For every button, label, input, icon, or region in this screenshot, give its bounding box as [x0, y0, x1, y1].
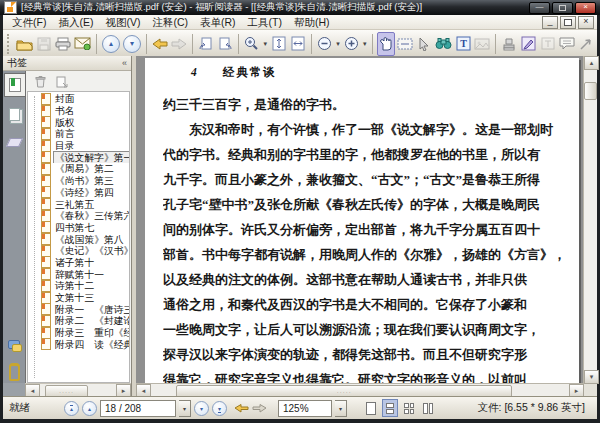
last-page-button[interactable]: ▾ [212, 401, 227, 416]
bookmark-item[interactable]: 封面 [28, 93, 129, 105]
email-button[interactable] [73, 32, 92, 56]
print-button[interactable] [54, 32, 72, 56]
first-page-button[interactable]: ▴ [64, 401, 79, 416]
bookmark-item[interactable]: 前言 [28, 128, 129, 140]
previous-view-icon[interactable] [234, 403, 249, 413]
bookmark-item[interactable]: 《战国策》第八 [28, 233, 129, 245]
facing-layout-button[interactable] [401, 399, 417, 417]
select-annotation-button[interactable] [415, 32, 433, 56]
continuous-facing-layout-button[interactable] [420, 399, 436, 417]
zoom-tool-dropdown[interactable]: ▾ [262, 40, 269, 48]
bookmark-item[interactable]: 文第十三 [28, 292, 129, 304]
delete-bookmark-icon[interactable] [34, 75, 47, 88]
sidebar-horizontal-scrollbar[interactable]: ◂ ····· ▸ [25, 383, 131, 397]
tab-pages[interactable] [4, 103, 24, 125]
bookmark-item-selected[interactable]: 《说文解字》第一 [28, 151, 129, 163]
bookmark-item[interactable]: 版权 [28, 116, 129, 128]
bookmark-item[interactable]: 附录四 读《经典常谈 [28, 338, 129, 350]
sidebar-tabstrip [3, 71, 25, 383]
menu-insert[interactable]: 插入(E) [52, 16, 99, 29]
mdi-close-button[interactable]: × [578, 16, 594, 29]
scroll-down-icon[interactable]: ▾ [584, 370, 599, 384]
note-tool-button[interactable] [558, 32, 576, 56]
restore-button[interactable] [552, 2, 573, 14]
typewriter-tool-button[interactable] [519, 32, 537, 56]
next-view-button[interactable] [170, 32, 188, 56]
page-number-field[interactable]: 18 / 208 [100, 400, 176, 417]
hand-tool-button[interactable] [377, 32, 395, 56]
bookmark-item[interactable]: 附录一 《唐诗三百首 [28, 303, 129, 315]
tab-layers[interactable] [4, 131, 24, 153]
menu-view[interactable]: 视图(V) [99, 16, 146, 29]
zoom-field[interactable]: 125% [278, 400, 332, 417]
window-title: [经典常谈]朱自清.清晰扫描版.pdf (安全) - 福昕阅读器 - [[经典常… [21, 1, 525, 14]
previous-page-button[interactable]: ▴ [82, 401, 97, 416]
mdi-minimize-button[interactable]: _ [542, 16, 558, 29]
zoom-in-dropdown[interactable]: ▾ [361, 40, 368, 48]
snapshot-button[interactable] [473, 32, 491, 56]
bookmark-item[interactable]: 四书第七 [28, 222, 129, 234]
collapse-panel-icon[interactable]: « [122, 58, 127, 68]
menu-help[interactable]: 帮助(H) [288, 16, 336, 29]
fit-page-button[interactable] [269, 32, 287, 56]
bookmark-item[interactable]: 《春秋》三传第六 [28, 210, 129, 222]
minimize-button[interactable]: — [529, 2, 550, 14]
next-page-button[interactable]: ▾ [122, 32, 142, 56]
mdi-restore-button[interactable] [560, 16, 576, 29]
zoom-tool-button[interactable] [243, 32, 261, 56]
bookmark-item[interactable]: 书名 [28, 105, 129, 117]
rotate-right-button[interactable] [216, 32, 234, 56]
zoom-out-button[interactable] [315, 32, 333, 56]
next-page-button[interactable]: ▾ [194, 401, 209, 416]
bookmark-item[interactable]: 附录三 重印《经典常 [28, 327, 129, 339]
select-text-button[interactable]: T [454, 32, 472, 56]
fit-width-button[interactable] [289, 32, 307, 56]
bookmark-icon [41, 210, 51, 222]
bookmark-item[interactable]: 诗第十二 [28, 280, 129, 292]
continuous-layout-button[interactable] [382, 399, 398, 417]
toolbar-separator [192, 34, 193, 54]
single-page-layout-button[interactable] [363, 399, 379, 417]
zoom-in-button[interactable] [342, 32, 360, 56]
bookmark-item[interactable]: 目录 [28, 140, 129, 152]
toolbar-grip[interactable] [7, 34, 12, 54]
bookmark-item[interactable]: 《周易》第二 [28, 163, 129, 175]
bookmark-item[interactable]: 辞赋第十一 [28, 268, 129, 280]
previous-page-button[interactable]: ▴ [101, 32, 121, 56]
expand-bookmark-icon[interactable] [55, 75, 68, 88]
marquee-zoom-button[interactable] [396, 32, 414, 56]
menu-tools[interactable]: 工具(T) [242, 16, 288, 29]
save-button[interactable] [35, 32, 53, 56]
scroll-up-icon[interactable]: ▴ [584, 56, 599, 70]
menu-form[interactable]: 表单(R) [194, 16, 242, 29]
close-button[interactable]: × [575, 2, 596, 14]
zoom-out-dropdown[interactable]: ▾ [335, 40, 342, 48]
zoom-field-dropdown[interactable]: ▾ [335, 400, 347, 417]
tab-attachments[interactable] [4, 361, 24, 383]
menu-comment[interactable]: 注释(C) [146, 16, 194, 29]
page-field-dropdown[interactable]: ▾ [179, 400, 191, 417]
pdf-page[interactable]: 4 经典常谈 约三千三百字，是通俗的字书。 东汉和帝时，有个许慎，作了一部《说文… [145, 58, 579, 384]
bookmark-item[interactable]: 《诗经》第四 [28, 187, 129, 199]
bookmark-item[interactable]: 三礼第五 [28, 198, 129, 210]
bookmark-item[interactable]: 《史记》《汉书》第九 [28, 245, 129, 257]
bookmark-item[interactable]: 诸子第十 [28, 257, 129, 269]
previous-view-button[interactable] [151, 32, 169, 56]
bookmark-item[interactable]: 附录二 《封建论》指 [28, 315, 129, 327]
text-line: 约三千三百字，是通俗的字书。 [163, 92, 567, 117]
scrollbar-thumb[interactable] [584, 82, 597, 100]
open-button[interactable] [15, 32, 34, 56]
menu-file[interactable]: 文件(F) [6, 16, 52, 29]
next-view-icon[interactable] [252, 403, 267, 413]
vertical-scrollbar[interactable]: ▴ ▾ [583, 56, 597, 384]
bookmark-item[interactable]: 《尚书》第三 [28, 175, 129, 187]
bookmark-icon [41, 128, 51, 140]
tab-bookmarks[interactable] [4, 73, 25, 97]
search-button[interactable] [434, 32, 453, 56]
horizontal-scrollbar[interactable]: ◂ ····· ▸ [136, 383, 584, 397]
tab-comments[interactable] [4, 333, 24, 355]
textbox-tool-button[interactable] [538, 32, 556, 56]
rotate-left-button[interactable] [197, 32, 215, 56]
stamp-tool-button[interactable] [500, 32, 518, 56]
arrow-tool-button[interactable] [577, 32, 595, 56]
